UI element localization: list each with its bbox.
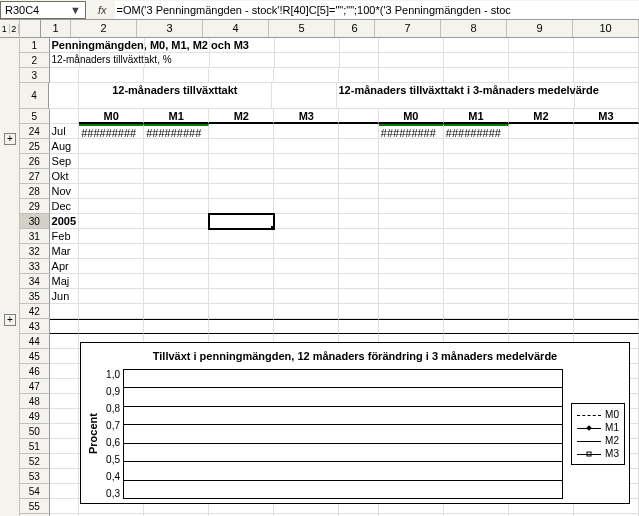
column-header[interactable]: 3 [137,20,203,37]
cell[interactable] [339,214,378,229]
cell[interactable] [444,214,509,229]
cell[interactable]: Nov [50,184,80,199]
row-header[interactable]: 49 [20,409,50,424]
cell[interactable] [80,38,145,53]
row-header[interactable]: 46 [20,364,50,379]
cell[interactable] [79,154,144,169]
cell[interactable] [444,38,509,53]
cell[interactable]: Apr [50,259,80,274]
dropdown-icon[interactable]: ▼ [70,4,81,16]
cell[interactable] [209,68,274,83]
cell[interactable] [509,229,574,244]
cell[interactable] [575,83,640,109]
cell[interactable] [49,83,78,109]
cell[interactable] [79,229,144,244]
cell[interactable] [339,229,378,244]
cell[interactable] [509,244,574,259]
cell[interactable]: ######### [379,124,444,139]
cell[interactable] [275,38,340,53]
cell[interactable] [339,184,378,199]
cell[interactable] [79,68,144,83]
row-header[interactable]: 35 [20,289,50,304]
cell[interactable] [274,244,339,259]
cell[interactable]: M2 [209,109,274,124]
cell[interactable] [379,169,444,184]
cell[interactable] [574,259,639,274]
cell[interactable] [574,199,639,214]
cell[interactable]: 12-månaders tillväxttakt i 3-månaders me… [337,83,575,109]
cell[interactable] [209,139,274,154]
column-header[interactable]: 9 [507,20,573,37]
cell[interactable]: Mar [50,244,80,259]
cell[interactable]: M0 [379,109,444,124]
cell[interactable] [379,259,444,274]
fx-icon[interactable]: fx [86,4,115,16]
row-header[interactable]: 5 [20,109,50,124]
cell[interactable] [209,229,274,244]
cell[interactable] [145,38,210,53]
row-header[interactable]: 34 [20,274,50,289]
cell[interactable] [509,304,574,319]
formula-input[interactable] [115,1,639,19]
cell[interactable] [144,304,209,319]
row-header[interactable]: 27 [20,169,50,184]
cell[interactable]: M0 [79,109,144,124]
cell[interactable] [509,169,574,184]
cell[interactable] [509,199,574,214]
cell[interactable] [574,229,639,244]
cell[interactable] [509,184,574,199]
cell[interactable] [379,319,444,334]
column-header[interactable]: 1 [41,20,71,37]
row-header[interactable]: 42 [20,304,50,319]
cell[interactable] [509,154,574,169]
cell[interactable] [209,124,274,139]
cell[interactable] [50,409,80,424]
row-header[interactable]: 28 [20,184,50,199]
column-header[interactable]: 2 [71,20,137,37]
cell[interactable] [274,289,339,304]
cell[interactable] [379,214,444,229]
cell[interactable] [144,244,209,259]
outline-expand-button[interactable]: + [4,314,16,326]
row-header[interactable]: 52 [20,454,50,469]
cell[interactable] [79,259,144,274]
cell[interactable] [509,38,574,53]
cell[interactable] [274,199,339,214]
cell[interactable] [379,68,444,83]
cell[interactable] [574,184,639,199]
column-header[interactable]: 8 [441,20,507,37]
cell[interactable] [379,38,444,53]
cell[interactable] [144,229,209,244]
cell[interactable] [209,199,274,214]
cell[interactable] [444,199,509,214]
cell[interactable] [274,184,339,199]
cell[interactable] [274,304,339,319]
cell[interactable] [574,53,639,68]
cell[interactable] [144,289,209,304]
cell[interactable] [144,184,209,199]
cell[interactable] [79,319,144,334]
cell[interactable] [274,274,339,289]
column-header[interactable]: 7 [375,20,441,37]
cell[interactable] [209,289,274,304]
cell[interactable] [444,319,509,334]
cell[interactable] [79,214,144,229]
cell[interactable] [574,274,639,289]
embedded-chart[interactable]: Tillväxt i penningmängden, 12 månaders f… [80,342,630,504]
cell[interactable] [509,289,574,304]
cell[interactable] [79,199,144,214]
cell[interactable] [574,304,639,319]
cell[interactable] [339,319,378,334]
outline-level-1[interactable]: 1 [0,24,10,34]
cell[interactable] [340,53,379,68]
cell[interactable]: Aug [50,139,80,154]
cell[interactable] [50,319,80,334]
cell[interactable] [509,53,574,68]
column-header[interactable]: 5 [269,20,335,37]
cell[interactable] [50,364,80,379]
row-header[interactable]: 53 [20,469,50,484]
row-header[interactable]: 51 [20,439,50,454]
cell[interactable] [209,214,274,229]
cell[interactable] [144,169,209,184]
cell[interactable] [444,274,509,289]
